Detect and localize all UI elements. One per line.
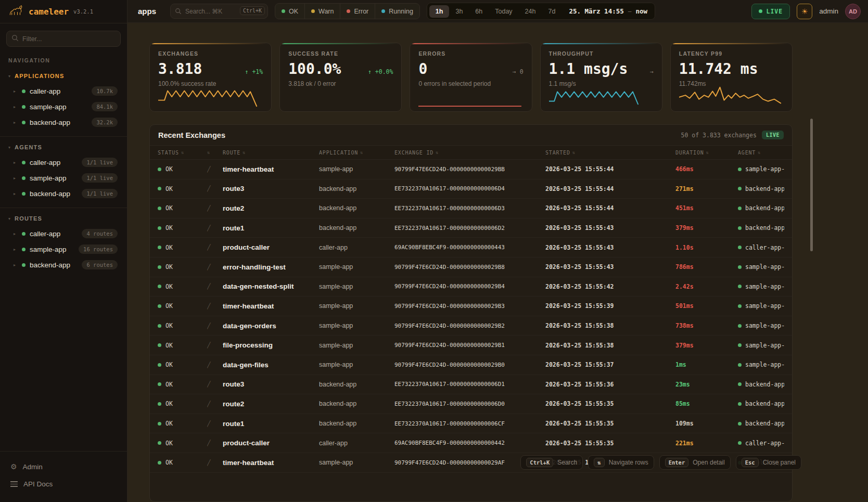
status-filter-chip[interactable]: Warn (305, 4, 340, 19)
col-status[interactable]: STATUS⇅ (158, 150, 207, 156)
agent-dot-icon (738, 226, 742, 230)
table-row[interactable]: OK ╱ timer-heartbeat sample-app 90799F47… (150, 297, 792, 316)
duration-cell: 501ms (675, 302, 738, 310)
card-throughput[interactable]: THROUGHPUT 1.1 msg/s → 1.1 msg/s (540, 43, 662, 112)
filter-input[interactable] (6, 31, 121, 47)
route-cell: product-caller (223, 439, 319, 447)
range-end[interactable]: now (631, 7, 653, 15)
sidebar-nav-item[interactable]: ▸ caller-app 4 routes (6, 226, 121, 241)
time-range-chip[interactable]: 24h (519, 5, 542, 18)
application-cell: sample-app (319, 342, 394, 349)
table-row[interactable]: OK ╱ route2 backend-app EE7322370A10617-… (150, 394, 792, 414)
status-dot-icon (22, 89, 25, 93)
card-latency[interactable]: LATENCY P99 11.742 ms 11.742ms (670, 43, 793, 112)
time-range-chip[interactable]: 7d (542, 5, 561, 18)
shortcut-label: Navigate rows (609, 459, 648, 466)
table-row[interactable]: OK ╱ route3 backend-app EE7322370A10617-… (150, 375, 792, 395)
trend-icon: ╱ (207, 225, 223, 231)
table-row[interactable]: OK ╱ product-caller caller-app 69AC90BF8… (150, 238, 792, 258)
ok-dot-icon (158, 461, 161, 465)
time-range-chip[interactable]: Today (489, 5, 518, 18)
sidebar-nav-item[interactable]: ▸ caller-app 1/1 live (6, 155, 121, 170)
table-row[interactable]: OK ╱ product-caller caller-app 69AC90BF8… (150, 433, 792, 453)
status-dot-icon (22, 248, 25, 251)
agent-cell: sample-app-1 (738, 361, 784, 368)
started-cell: 2026-03-25 15:55:43 (545, 224, 675, 231)
sidebar-nav-item[interactable]: ▸ backend-app 6 routes (6, 257, 121, 273)
status-dot-icon (22, 176, 25, 180)
sort-icon: ⇅ (758, 150, 761, 155)
sidebar-nav-item[interactable]: ▸ sample-app 84.1k (6, 99, 121, 114)
avatar[interactable]: AD (845, 4, 861, 19)
table-row[interactable]: OK ╱ route3 backend-app EE7322370A10617-… (150, 179, 792, 199)
sidebar-nav-item[interactable]: ▸ sample-app 16 routes (6, 241, 121, 257)
status-dot-icon (22, 192, 25, 196)
card-value: 3.818 (158, 60, 202, 78)
card-success-rate[interactable]: SUCCESS RATE 100.0% ↑ +0.0% 3.818 ok / 0… (279, 43, 402, 112)
route-cell: route1 (223, 420, 319, 428)
admin-link[interactable]: ⚙ Admin (8, 458, 119, 475)
col-exchange-id[interactable]: EXCHANGE ID⇅ (394, 150, 545, 156)
live-toggle-button[interactable]: LIVE (751, 4, 790, 19)
search-icon (11, 34, 19, 44)
col-agent[interactable]: AGENT⇅ (738, 150, 784, 156)
table-row[interactable]: OK ╱ route1 backend-app EE7322370A10617-… (150, 218, 792, 238)
section-routes-header[interactable]: ▾ ROUTES (6, 213, 121, 226)
nav-item-label: caller-app (30, 159, 78, 166)
section-agents-header[interactable]: ▾ AGENTS (6, 142, 121, 155)
table-row[interactable]: OK ╱ data-gen-nested-split sample-app 90… (150, 277, 792, 297)
agent-cell: sample-app-1 (738, 302, 784, 310)
col-started[interactable]: STARTED⇅ (545, 150, 675, 156)
live-badge: LIVE (762, 131, 784, 139)
chevron-right-icon: ▸ (14, 160, 18, 165)
chevron-right-icon: ▸ (14, 191, 18, 196)
col-duration[interactable]: DURATION⇅ (675, 150, 738, 156)
card-errors[interactable]: ERRORS 0 → 0 0 errors in selected period (410, 43, 532, 112)
col-route[interactable]: ROUTE⇅ (223, 150, 319, 156)
range-start[interactable]: 25. März 14:55 (561, 7, 628, 15)
scrollbar[interactable] (810, 119, 813, 251)
search-shortcut-kbd: Ctrl+K (240, 6, 265, 15)
status-filter-chip[interactable]: OK (275, 4, 305, 19)
card-title: EXCHANGES (158, 50, 263, 57)
card-exchanges[interactable]: EXCHANGES 3.818 ↑ +1% 100.0% success rat… (149, 43, 272, 112)
time-range-chip[interactable]: 6h (469, 5, 489, 18)
sidebar-nav-item[interactable]: ▸ caller-app 10.7k (6, 83, 121, 99)
status-filter-chip[interactable]: Error (340, 4, 375, 19)
exchange-id-cell: 90799F47E6CD24D-00000000000029B4 (394, 283, 545, 290)
time-range-chip[interactable]: 3h (449, 5, 469, 18)
sort-icon: ⇅ (572, 150, 576, 155)
status-dot-icon (22, 232, 25, 236)
shortcut-hint: ⇅ Navigate rows (588, 455, 654, 470)
col-trend[interactable]: ⇅ (207, 150, 223, 155)
sidebar-nav-item[interactable]: ▸ sample-app 1/1 live (6, 170, 121, 186)
trend-icon: ╱ (207, 362, 223, 368)
exchange-id-cell: EE7322370A10617-00000000000006D4 (394, 185, 545, 192)
status-filter-chip[interactable]: Running (375, 4, 419, 19)
table-row[interactable]: OK ╱ route1 backend-app EE7322370A10617-… (150, 414, 792, 434)
sidebar-nav-item[interactable]: ▸ backend-app 1/1 live (6, 186, 121, 201)
theme-toggle-button[interactable]: ☀ (797, 4, 812, 19)
time-range-chip[interactable]: 1h (429, 5, 450, 18)
application-cell: caller-app (319, 440, 394, 447)
col-application[interactable]: APPLICATION⇅ (319, 150, 394, 156)
table-row[interactable]: OK ╱ file-processing sample-app 90799F47… (150, 336, 792, 355)
exchange-id-cell: 90799F47E6CD24D-00000000000029B1 (394, 342, 545, 349)
api-docs-link[interactable]: API Docs (8, 475, 119, 493)
search-icon (175, 7, 182, 17)
status-dot-icon (22, 121, 25, 124)
status-cell: OK (158, 342, 207, 349)
section-applications-header[interactable]: ▾ APPLICATIONS (6, 71, 121, 83)
shortcut-hint: Enter Open detail (659, 455, 731, 470)
table-row[interactable]: OK ╱ route2 backend-app EE7322370A10617-… (150, 199, 792, 218)
table-row[interactable]: OK ╱ data-gen-orders sample-app 90799F47… (150, 316, 792, 336)
started-cell: 2026-03-25 15:55:36 (545, 381, 675, 388)
table-row[interactable]: OK ╱ data-gen-files sample-app 90799F47E… (150, 355, 792, 375)
status-dot-icon (22, 263, 25, 267)
sidebar-nav-item[interactable]: ▸ backend-app 32.2k (6, 114, 121, 130)
table-row[interactable]: OK ╱ timer-heartbeat sample-app 90799F47… (150, 160, 792, 179)
chevron-right-icon: ▸ (14, 176, 18, 181)
route-cell: route3 (223, 380, 319, 388)
table-row[interactable]: OK ╱ error-handling-test sample-app 9079… (150, 258, 792, 277)
agent-dot-icon (738, 285, 742, 288)
